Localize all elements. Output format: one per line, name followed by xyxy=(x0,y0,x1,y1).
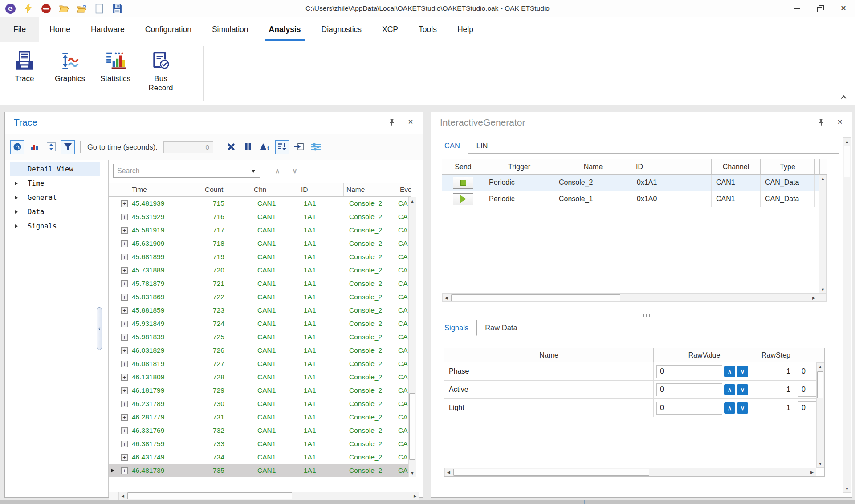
generator-vertical-scrollbar[interactable]: ▲ ▼ xyxy=(843,137,851,493)
trace-vertical-scrollbar[interactable]: ▲ ▼ xyxy=(408,197,416,477)
ribbon-collapse-button[interactable] xyxy=(837,92,850,102)
scrollbar-thumb[interactable] xyxy=(127,492,292,499)
trace-column-header-blank[interactable] xyxy=(118,183,129,196)
tree-item-signals[interactable]: Signals xyxy=(10,219,100,233)
expand-plus-icon[interactable]: + xyxy=(121,467,128,474)
goto-time-input[interactable] xyxy=(163,141,213,153)
expand-plus-icon[interactable]: + xyxy=(121,294,128,301)
expand-plus-icon[interactable]: + xyxy=(121,414,128,421)
signals-vertical-scrollbar[interactable]: ▲ ▼ xyxy=(816,362,824,468)
scroll-up-arrow-icon[interactable]: ▲ xyxy=(409,197,416,205)
expand-plus-icon[interactable]: + xyxy=(121,254,128,260)
expand-plus-icon[interactable]: + xyxy=(121,427,128,434)
expand-plus-icon[interactable]: + xyxy=(121,240,128,247)
scroll-down-arrow-icon[interactable]: ▼ xyxy=(843,485,851,492)
tree-expand-arrow-icon[interactable] xyxy=(15,196,18,199)
trace-column-header-id[interactable]: ID xyxy=(298,183,344,196)
splitter-collapse-handle[interactable] xyxy=(97,307,102,350)
trace-table-row[interactable]: +45.881859723CAN11A1Console_2CAN xyxy=(109,304,411,317)
restore-button[interactable] xyxy=(809,0,832,17)
scrollbar-thumb[interactable] xyxy=(453,469,649,476)
can-message-row[interactable]: PeriodicConsole_20x1A1CAN1CAN_Data xyxy=(442,175,827,191)
trace-table-row[interactable]: +45.481939715CAN11A1Console_2CAN xyxy=(109,197,411,210)
expand-plus-icon[interactable]: + xyxy=(121,387,128,394)
trace-table-row[interactable]: +46.231789730CAN11A1Console_2CAN xyxy=(109,397,411,411)
tree-expand-arrow-icon[interactable] xyxy=(15,182,18,185)
tab-signals[interactable]: Signals xyxy=(436,320,477,336)
rawvalue-input[interactable]: 0 xyxy=(656,383,722,396)
expand-plus-icon[interactable]: + xyxy=(121,361,128,367)
expand-plus-icon[interactable]: + xyxy=(121,441,128,447)
display-settings-button[interactable] xyxy=(309,140,323,154)
search-previous-button[interactable]: ∧ xyxy=(271,164,284,178)
trace-table-row[interactable]: +45.781879721CAN11A1Console_2CAN xyxy=(109,277,411,290)
minimize-button[interactable] xyxy=(786,0,809,17)
auto-scroll-button[interactable] xyxy=(44,140,58,154)
new-document-icon[interactable] xyxy=(94,3,105,14)
menu-item-home[interactable]: Home xyxy=(39,17,81,42)
close-button[interactable]: ✕ xyxy=(832,0,855,17)
scrollbar-thumb[interactable] xyxy=(844,146,850,177)
trigger-time-button[interactable]: t xyxy=(258,140,272,154)
scrollbar-thumb[interactable] xyxy=(409,393,415,460)
clear-button[interactable] xyxy=(224,140,238,154)
trace-table-row[interactable]: +45.631909718CAN11A1Console_2CAN xyxy=(109,237,411,250)
scroll-right-arrow-icon[interactable]: ▶ xyxy=(808,468,816,476)
expand-plus-icon[interactable]: + xyxy=(121,321,128,327)
trace-table-row[interactable]: +46.381759733CAN11A1Console_2CAN xyxy=(109,437,411,451)
signals-column-header-rawstep[interactable]: RawStep xyxy=(755,348,797,362)
trace-horizontal-scrollbar[interactable]: ◀ ▶ xyxy=(118,492,419,500)
generator-close-button[interactable]: ✕ xyxy=(836,118,844,126)
signals-column-header-blank[interactable] xyxy=(797,348,817,362)
can-column-header-type[interactable]: Type xyxy=(761,159,815,174)
extra-value-input[interactable]: 0 xyxy=(798,365,817,378)
import-folder-icon[interactable] xyxy=(76,3,87,14)
scroll-down-arrow-icon[interactable]: ▼ xyxy=(409,469,416,477)
expand-plus-icon[interactable]: + xyxy=(121,374,128,381)
spin-down-button[interactable]: ∨ xyxy=(737,384,748,395)
detail-view-button[interactable] xyxy=(10,140,24,154)
search-next-button[interactable]: ∨ xyxy=(288,164,301,178)
tree-item-time[interactable]: Time xyxy=(10,176,100,191)
lightning-icon[interactable] xyxy=(22,3,34,14)
trace-table-row[interactable]: +46.281779731CAN11A1Console_2CAN xyxy=(109,411,411,424)
statistics-view-button[interactable] xyxy=(27,140,41,154)
trace-table-row[interactable]: +46.181799729CAN11A1Console_2CAN xyxy=(109,384,411,397)
search-combobox[interactable]: Search xyxy=(113,164,260,178)
can-column-header-send[interactable]: Send xyxy=(442,159,484,174)
spin-down-button[interactable]: ∨ xyxy=(737,366,748,377)
trace-column-header-chn[interactable]: Chn xyxy=(251,183,298,196)
spin-up-button[interactable]: ∧ xyxy=(724,384,735,395)
ribbon-button-graphics[interactable]: Graphics xyxy=(47,42,93,105)
can-column-header-id[interactable]: ID xyxy=(632,159,712,174)
tree-expand-arrow-icon[interactable] xyxy=(15,210,18,214)
tree-item-detail-view[interactable]: Detail View xyxy=(10,162,100,176)
menu-item-tools[interactable]: Tools xyxy=(408,17,447,42)
can-column-header-trigger[interactable]: Trigger xyxy=(484,159,554,174)
can-table-horizontal-scrollbar[interactable]: ◀ ▶ xyxy=(442,293,827,302)
signals-column-header-rawvalue[interactable]: RawValue xyxy=(654,348,755,362)
expand-plus-icon[interactable]: + xyxy=(121,454,128,461)
expand-plus-icon[interactable]: + xyxy=(121,214,128,220)
expand-plus-icon[interactable]: + xyxy=(121,347,128,354)
stop-icon[interactable] xyxy=(40,3,52,14)
scrollbar-thumb[interactable] xyxy=(817,371,823,398)
trace-table-row[interactable]: +46.331769732CAN11A1Console_2CAN xyxy=(109,424,411,437)
can-table-vertical-scrollbar[interactable]: ▲ ▼ xyxy=(819,175,827,293)
trace-column-header-time[interactable]: Time xyxy=(129,183,202,196)
ribbon-button-trace[interactable]: Trace xyxy=(2,42,47,105)
trace-column-header-ever[interactable]: Ever xyxy=(397,183,411,196)
menu-item-simulation[interactable]: Simulation xyxy=(202,17,259,42)
tree-item-general[interactable]: General xyxy=(10,191,100,205)
scroll-up-arrow-icon[interactable]: ▲ xyxy=(843,138,851,145)
trace-close-button[interactable]: ✕ xyxy=(407,118,415,126)
ribbon-button-statistics[interactable]: Statistics xyxy=(93,42,138,105)
spin-up-button[interactable]: ∧ xyxy=(724,402,735,414)
extra-value-input[interactable]: 0 xyxy=(798,383,817,397)
start-send-button[interactable] xyxy=(453,193,473,205)
scroll-left-arrow-icon[interactable]: ◀ xyxy=(443,294,450,301)
trace-table-row[interactable]: +45.981839725CAN11A1Console_2CAN xyxy=(109,330,411,344)
trace-column-header-count[interactable]: Count xyxy=(202,183,251,196)
tab-lin[interactable]: LIN xyxy=(468,138,496,154)
stop-send-button[interactable] xyxy=(453,177,473,189)
